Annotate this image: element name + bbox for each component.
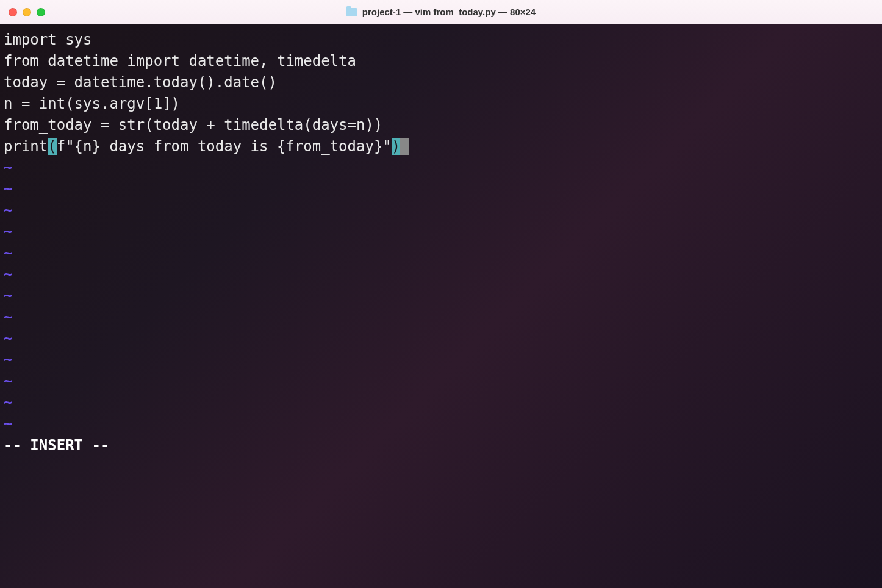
cursor bbox=[400, 138, 409, 155]
empty-line-tilde: ~ bbox=[4, 371, 878, 392]
close-icon[interactable] bbox=[9, 8, 17, 16]
terminal-area[interactable]: import sysfrom datetime import datetime,… bbox=[0, 24, 882, 588]
empty-line-tilde: ~ bbox=[4, 392, 878, 414]
folder-icon bbox=[346, 8, 357, 16]
code-line: import sys bbox=[4, 29, 878, 51]
titlebar[interactable]: project-1 — vim from_today.py — 80×24 bbox=[0, 0, 882, 24]
empty-line-tilde: ~ bbox=[4, 200, 878, 221]
code-line: today = datetime.today().date() bbox=[4, 72, 878, 93]
empty-line-tilde: ~ bbox=[4, 285, 878, 307]
empty-line-tilde: ~ bbox=[4, 179, 878, 200]
code-text: f"{n} days from today is {from_today}" bbox=[57, 138, 392, 155]
matched-paren-close: ) bbox=[392, 138, 400, 155]
terminal-window: project-1 — vim from_today.py — 80×24 im… bbox=[0, 0, 882, 588]
empty-line-tilde: ~ bbox=[4, 350, 878, 371]
empty-line-tilde: ~ bbox=[4, 243, 878, 264]
traffic-lights bbox=[9, 8, 45, 16]
empty-line-tilde: ~ bbox=[4, 414, 878, 435]
code-line: from_today = str(today + timedelta(days=… bbox=[4, 115, 878, 136]
matched-paren-open: ( bbox=[48, 138, 56, 155]
code-line: n = int(sys.argv[1]) bbox=[4, 93, 878, 115]
empty-line-tilde: ~ bbox=[4, 328, 878, 350]
window-title-text: project-1 — vim from_today.py — 80×24 bbox=[362, 7, 536, 17]
code-text: print bbox=[4, 138, 48, 155]
minimize-icon[interactable] bbox=[23, 8, 31, 16]
code-line: print(f"{n} days from today is {from_tod… bbox=[4, 136, 878, 157]
empty-line-tilde: ~ bbox=[4, 221, 878, 243]
code-line: from datetime import datetime, timedelta bbox=[4, 51, 878, 72]
vim-status-line: -- INSERT -- bbox=[4, 435, 878, 456]
empty-line-tilde: ~ bbox=[4, 157, 878, 179]
maximize-icon[interactable] bbox=[37, 8, 45, 16]
empty-line-tilde: ~ bbox=[4, 264, 878, 285]
window-title: project-1 — vim from_today.py — 80×24 bbox=[346, 7, 536, 17]
empty-line-tilde: ~ bbox=[4, 307, 878, 328]
